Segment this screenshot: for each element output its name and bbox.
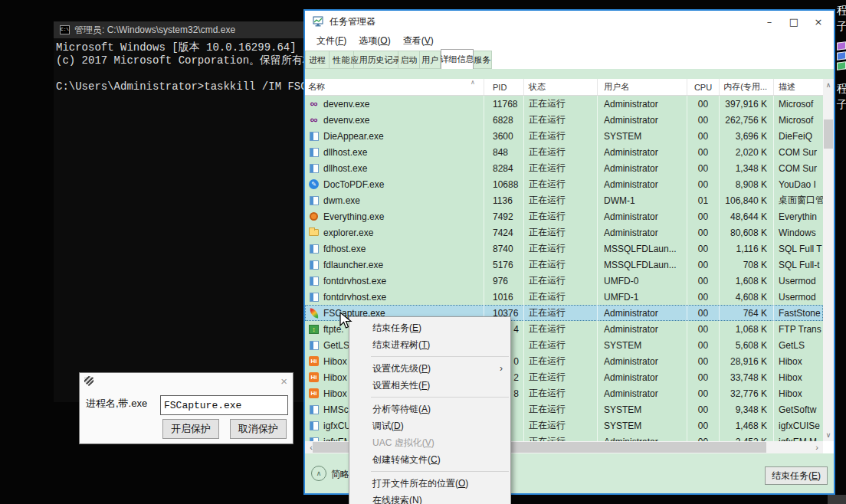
process-icon: ∞ [308, 114, 320, 126]
tab-服务[interactable]: 服务 [474, 51, 492, 69]
sort-ascending-icon: ∧ [471, 79, 475, 86]
cmd-titlebar[interactable]: C:\ 管理员: C:\Windows\system32\cmd.exe [54, 21, 304, 38]
process-icon [308, 275, 320, 286]
menubar-item-f[interactable]: 文件(F) [310, 34, 352, 47]
scroll-up-icon[interactable]: ∧ [823, 79, 834, 91]
cmd-title: 管理员: C:\Windows\system32\cmd.exe [74, 24, 235, 37]
context-menu-item-e[interactable]: 结束任务(E) [349, 319, 510, 336]
desktop-app-icon-layer [837, 61, 846, 70]
tab-进程[interactable]: 进程 [305, 51, 330, 69]
process-icon: ∞ [308, 98, 320, 110]
column-header-name[interactable]: 名称 [305, 79, 484, 95]
table-row[interactable]: explorer.exe 7424 正在运行 Administrator 00 … [305, 224, 823, 241]
taskbar-fragment [828, 495, 846, 504]
task-manager-icon [313, 16, 323, 27]
menu-separator [371, 471, 509, 472]
desktop-app-icon-layer [837, 51, 846, 61]
process-icon: Hi [308, 355, 320, 367]
context-menu-item-f[interactable]: 设置相关性(F) [349, 377, 510, 394]
desktop-icon-label[interactable]: 程子 [837, 80, 846, 113]
column-header-cpu[interactable]: CPU [687, 79, 720, 95]
submenu-arrow-icon: › [500, 363, 503, 374]
process-icon [308, 162, 320, 174]
table-row[interactable]: dllhost.exe 848 正在运行 Administrator 00 2,… [305, 144, 823, 160]
collapse-details-label[interactable]: 简略 [331, 468, 349, 481]
process-icon: Hi [308, 388, 320, 399]
cmd-icon: C:\ [60, 25, 70, 34]
process-icon [308, 404, 320, 415]
table-row[interactable]: fdhost.exe 8740 正在运行 MSSQLFDLaun... 00 1… [305, 241, 823, 257]
scroll-right-icon[interactable]: › [811, 441, 823, 453]
menubar-item-o[interactable]: 选项(O) [352, 34, 396, 47]
table-row[interactable]: fdlauncher.exe 5176 正在运行 MSSQLFDLaun... … [305, 257, 823, 273]
context-menu-item-d[interactable]: 调试(D) [349, 417, 510, 434]
process-name-input[interactable] [160, 395, 288, 415]
context-menu-item-p[interactable]: 设置优先级(P)› [349, 360, 510, 377]
table-row[interactable]: ∞devenv.exe 11768 正在运行 Administrator 00 … [305, 96, 823, 112]
tab-详细信息[interactable]: 详细信息 [441, 49, 474, 69]
process-icon [308, 146, 320, 158]
window-title: 任务管理器 [330, 15, 375, 28]
process-icon: ↕ [308, 323, 320, 335]
table-row[interactable]: ∞devenv.exe 6828 正在运行 Administrator 00 2… [305, 112, 823, 128]
shield-icon [84, 376, 93, 386]
context-menu-item-t[interactable]: 结束进程树(T) [349, 336, 510, 353]
cmd-output[interactable]: Microsoft Windows [版本 10.0.16299.64] (c)… [54, 38, 304, 93]
desktop-icon-label[interactable]: 程子 [837, 2, 846, 34]
process-icon [308, 259, 320, 270]
menu-separator [371, 397, 509, 398]
column-header-status[interactable]: 状态 [524, 79, 598, 95]
table-row[interactable]: fontdrvhost.exe 1016 正在运行 UMFD-1 00 4,60… [305, 289, 823, 305]
desktop-app-icon[interactable] [837, 42, 846, 72]
process-icon [308, 211, 320, 222]
table-row[interactable]: Everything.exe 7492 正在运行 Administrator 0… [305, 208, 823, 224]
cmd-output-text: Microsoft Windows [版本 10.0.16299.64] (c)… [56, 41, 303, 93]
column-header-user[interactable]: 用户名 [598, 79, 687, 95]
process-icon [308, 436, 320, 441]
process-icon: ✎ [308, 178, 320, 190]
table-row[interactable]: fontdrvhost.exe 976 正在运行 UMFD-0 00 1,608… [305, 273, 823, 289]
context-menu-item-n[interactable]: 在线搜索(N) [349, 492, 510, 504]
context-menu-item-a[interactable]: 分析等待链(A) [349, 401, 510, 417]
table-row[interactable]: dwm.exe 1136 正在运行 DWM-1 01 106,840 K 桌面窗… [305, 192, 823, 208]
tab-bar: 进程性能应用历史记录启动用户详细信息服务 [305, 49, 834, 69]
close-button[interactable]: × [806, 11, 831, 32]
close-icon[interactable]: × [280, 375, 287, 388]
minimize-button[interactable]: – [757, 11, 782, 32]
maximize-button[interactable]: □ [782, 11, 806, 32]
context-menu-item-o[interactable]: 打开文件所在的位置(O) [349, 475, 510, 492]
menubar-item-v[interactable]: 查看(V) [397, 34, 440, 47]
column-header-desc[interactable]: 描述 [774, 79, 823, 95]
context-menu-item-v: UAC 虚拟化(V) [349, 434, 510, 451]
process-icon [308, 307, 320, 319]
scroll-down-icon[interactable]: ∨ [823, 429, 834, 441]
process-icon [308, 243, 320, 254]
tab-用户[interactable]: 用户 [420, 51, 441, 69]
protect-dialog: × 进程名,带.exe 开启保护 取消保护 [79, 372, 293, 444]
window-background [305, 69, 834, 79]
table-row[interactable]: DieAppear.exe 3600 正在运行 SYSTEM 00 3,696 … [305, 128, 823, 144]
enable-protect-button[interactable]: 开启保护 [162, 419, 219, 439]
menu-separator [371, 356, 509, 357]
cmd-window: C:\ 管理员: C:\Windows\system32\cmd.exe Mic… [54, 21, 304, 402]
vertical-scrollbar[interactable]: ∧ ∨ [823, 79, 834, 441]
process-icon [308, 130, 320, 142]
end-task-button[interactable]: 结束任务(E) [765, 466, 828, 485]
table-row[interactable]: ✎DocToPDF.exe 10688 正在运行 Administrator 0… [305, 176, 823, 192]
process-icon [308, 227, 320, 238]
process-icon [308, 339, 320, 351]
tab-应用历史记录[interactable]: 应用历史记录 [354, 51, 398, 69]
table-row[interactable]: dllhost.exe 8284 正在运行 Administrator 00 1… [305, 160, 823, 176]
tab-启动[interactable]: 启动 [398, 51, 420, 69]
cancel-protect-button[interactable]: 取消保护 [230, 419, 287, 439]
process-icon [308, 291, 320, 303]
menu-bar: 文件(F)选项(O)查看(V) [305, 32, 834, 49]
context-menu-item-c[interactable]: 创建转储文件(C) [349, 451, 510, 468]
task-manager-titlebar[interactable]: 任务管理器 – □ × [305, 11, 834, 32]
column-header-mem[interactable]: 内存(专用... [720, 79, 774, 95]
vertical-scrollbar-thumb[interactable] [824, 119, 833, 149]
mouse-cursor [339, 312, 353, 330]
column-header-pid[interactable]: PID [484, 79, 524, 95]
context-menu: 结束任务(E)结束进程树(T)设置优先级(P)›设置相关性(F)分析等待链(A)… [349, 316, 511, 504]
collapse-details-icon[interactable]: ∧ [311, 466, 326, 481]
